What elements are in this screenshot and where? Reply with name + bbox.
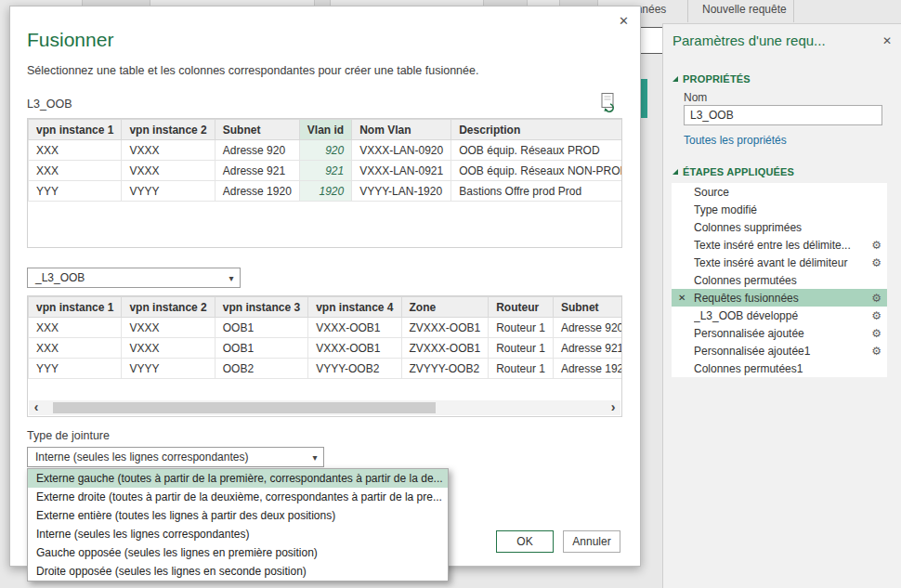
table-cell: Routeur 1 [489,318,554,338]
chevron-down-icon: ▾ [307,452,323,463]
table-cell: VXXX [122,161,215,181]
table-cell: ZVXXX-OOB1 [401,318,489,338]
join-option[interactable]: Externe gauche (toutes à partir de la pr… [28,469,448,488]
column-header[interactable]: Description [451,120,622,140]
table-preview-icon[interactable] [599,92,618,112]
applied-step[interactable]: ✕Requêtes fusionnées⚙ [672,289,887,307]
table-cell: Adresse 920 [553,318,622,338]
table-row: XXXVXXXOOB1VXXX-OOB1ZVXXX-OOB1Routeur 1A… [29,338,623,359]
scroll-right-icon[interactable]: › [606,400,620,415]
table-cell: Bastions Offre prod Prod [451,181,622,202]
table-cell: VXXX [122,318,215,338]
panel-title: Paramètres d'une requ... [672,33,826,48]
gear-icon[interactable]: ⚙ [871,256,881,269]
tab-separator [687,0,688,22]
properties-section-header[interactable]: PROPRIÉTÉS [672,73,751,85]
table-cell: XXX [29,338,122,359]
gear-icon[interactable]: ⚙ [871,327,881,340]
applied-step[interactable]: Colonnes supprimées [672,218,887,236]
scroll-left-icon[interactable]: ‹ [29,400,44,415]
gear-icon[interactable]: ⚙ [871,309,881,322]
step-label: Texte inséré avant le délimiteur [694,256,868,269]
column-header[interactable]: vpn instance 4 [308,297,401,318]
tab-separator [793,0,794,22]
column-header[interactable]: Nom Vlan [352,120,451,140]
table-cell: VYYY-LAN-1920 [352,181,451,202]
join-option[interactable]: Gauche opposée (seules les lignes en pre… [28,543,448,562]
collapse-triangle-icon [672,76,678,82]
close-icon[interactable]: ✕ [619,14,629,28]
gear-icon[interactable]: ⚙ [871,239,881,252]
step-label: Texte inséré entre les délimite... [694,239,868,252]
table-cell: XXX [29,318,122,338]
collapse-triangle-icon [672,169,678,175]
applied-step[interactable]: Source [672,183,887,201]
table-cell: YYY [29,359,122,379]
all-properties-link[interactable]: Toutes les propriétés [684,134,787,147]
table-row: YYYVYYYOOB2VYYY-OOB2ZVYYY-OOB2Routeur 1A… [29,359,623,379]
applied-step[interactable]: Colonnes permutées1 [672,359,887,377]
table-cell: YYY [29,181,122,202]
select-value: Interne (seules les lignes correspondant… [28,451,307,464]
applied-step[interactable]: Colonnes permutées [672,271,887,289]
applied-step[interactable]: Texte inséré entre les délimite...⚙ [672,236,887,254]
second-table-select[interactable]: _L3_OOB ▾ [27,268,241,288]
column-header[interactable]: vpn instance 2 [122,297,215,318]
table-cell: VXXX [122,338,215,359]
properties-header-label: PROPRIÉTÉS [683,73,751,85]
column-header[interactable]: Zone [401,297,489,318]
step-label: Colonnes permutées1 [694,362,881,375]
horizontal-scrollbar[interactable]: ‹ › [29,400,620,415]
query-settings-panel: Paramètres d'une requ... ✕ PROPRIÉTÉS No… [662,23,901,588]
column-header[interactable]: Routeur [489,297,554,318]
applied-step[interactable]: Type modifié [672,201,887,218]
table-cell: Routeur 1 [489,359,554,379]
join-option[interactable]: Interne (seules les lignes correspondant… [28,525,448,543]
gear-icon[interactable]: ⚙ [871,345,881,358]
ok-button[interactable]: OK [496,530,554,553]
column-header[interactable]: Subnet [215,120,299,140]
table-cell: Adresse 1920 [553,359,622,379]
applied-steps-section-header[interactable]: ÉTAPES APPLIQUÉES [672,166,794,177]
column-header[interactable]: Subnet [553,297,622,318]
table-row: XXXVXXXAdresse 921921VXXX-LAN-0921OOB éq… [29,161,623,181]
column-header[interactable]: Vlan id [299,120,351,140]
step-label: _L3_OOB développé [694,309,868,322]
dialog-title: Fusionner [27,29,113,51]
gear-icon[interactable]: ⚙ [871,292,881,305]
delete-step-icon[interactable]: ✕ [678,293,686,303]
column-header[interactable]: vpn instance 1 [29,120,122,140]
dialog-subtitle: Sélectionnez une table et les colonnes c… [27,64,478,77]
table-cell: Adresse 921 [215,161,299,181]
merge-dialog: ✕ Fusionner Sélectionnez une table et le… [9,6,641,567]
step-label: Colonnes permutées [694,274,881,287]
cancel-button[interactable]: Annuler [563,530,620,553]
applied-step[interactable]: Personnalisée ajoutée1⚙ [672,342,887,359]
table-cell: Routeur 1 [489,338,554,359]
join-option[interactable]: Externe droite (toutes à partir de la de… [28,488,448,506]
table-cell: VXXX-LAN-0920 [352,140,451,161]
scrollbar-thumb[interactable] [53,402,436,413]
first-table-preview: vpn instance 1vpn instance 2SubnetVlan i… [27,118,622,248]
applied-step[interactable]: Texte inséré avant le délimiteur⚙ [672,254,887,271]
applied-step[interactable]: Personnalisée ajoutée⚙ [672,324,887,342]
table-cell: 920 [299,140,351,161]
table-cell: 1920 [299,181,351,202]
column-header[interactable]: vpn instance 3 [215,297,307,318]
table-cell: Adresse 920 [215,140,299,161]
table-cell: VXXX [122,140,215,161]
table-cell: ZVYYY-OOB2 [401,359,489,379]
query-name-input[interactable] [684,105,882,125]
close-icon[interactable]: ✕ [882,34,892,47]
table-cell: 921 [299,161,351,181]
column-header[interactable]: vpn instance 2 [122,120,215,140]
applied-step[interactable]: _L3_OOB développé⚙ [672,307,887,324]
column-header[interactable]: vpn instance 1 [29,297,122,318]
join-option[interactable]: Externe entière (toutes les lignes à par… [28,506,448,525]
ribbon-tab-new-query[interactable]: Nouvelle requête [702,3,787,16]
join-type-select[interactable]: Interne (seules les lignes correspondant… [27,447,324,467]
step-label: Personnalisée ajoutée [694,327,868,340]
chevron-down-icon: ▾ [223,273,240,283]
table-cell: OOB équip. Réseaux NON-PROD [451,161,622,181]
join-option[interactable]: Droite opposée (seules les lignes en sec… [28,562,448,581]
